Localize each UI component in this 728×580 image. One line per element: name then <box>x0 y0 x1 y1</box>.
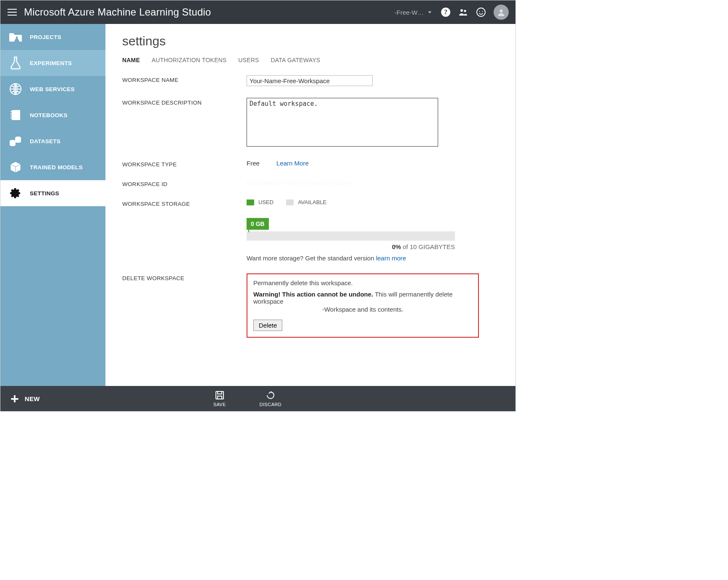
svg-point-6 <box>482 11 483 12</box>
learn-more-link[interactable]: Learn More <box>276 160 309 167</box>
discard-label: DISCARD <box>260 402 281 407</box>
delete-warning: Warning! This action cannot be undone. T… <box>253 291 472 305</box>
workspace-dropdown[interactable]: -Free-W… <box>390 9 436 16</box>
bottom-bar: + NEW SAVE DISCARD <box>0 386 515 411</box>
sidebar-item-label: WEB SERVICES <box>30 86 75 92</box>
workspace-id-value: b2a61efa5077465782cefa1bf573a2ec <box>247 179 353 186</box>
sidebar-item-label: SETTINGS <box>30 190 59 197</box>
learn-more-storage-link[interactable]: learn more <box>376 255 406 262</box>
label-workspace-type: WORKSPACE TYPE <box>122 160 247 168</box>
svg-point-3 <box>464 10 466 12</box>
svg-rect-10 <box>11 111 12 112</box>
sidebar-item-web-services[interactable]: WEB SERVICES <box>0 76 105 102</box>
sidebar-item-datasets[interactable]: DATASETS <box>0 128 105 154</box>
globe-icon <box>8 81 23 97</box>
swatch-available-icon <box>286 199 294 205</box>
legend-available-label: AVAILABLE <box>298 199 326 205</box>
new-button[interactable]: + NEW <box>11 391 40 406</box>
workspace-description-textarea[interactable] <box>247 98 438 147</box>
sidebar-item-settings[interactable]: SETTINGS <box>0 180 105 206</box>
user-avatar[interactable] <box>494 5 509 20</box>
label-workspace-description: WORKSPACE DESCRIPTION <box>122 98 247 106</box>
hamburger-menu-icon[interactable] <box>0 0 24 24</box>
label-delete-workspace: DELETE WORKSPACE <box>122 273 247 281</box>
main-content: settings NAME AUTHORIZATION TOKENS USERS… <box>105 24 515 386</box>
svg-text:?: ? <box>444 8 447 16</box>
svg-point-5 <box>479 11 480 12</box>
svg-rect-12 <box>11 115 12 116</box>
database-icon <box>8 134 23 149</box>
sidebar-item-label: DATASETS <box>30 138 60 144</box>
gear-icon <box>8 186 23 201</box>
delete-line-3: -Workspace and its contents. <box>253 306 472 313</box>
new-label: NEW <box>25 395 40 402</box>
notebook-icon <box>8 108 23 123</box>
top-bar: Microsoft Azure Machine Learning Studio … <box>0 0 515 24</box>
app-title: Microsoft Azure Machine Learning Studio <box>24 6 211 18</box>
delete-workspace-panel: Permanently delete this workspace. Warni… <box>247 273 479 338</box>
swatch-used-icon <box>247 199 254 205</box>
storage-used-badge: 0 GB <box>247 218 269 230</box>
usage-percent: 0% <box>392 243 401 250</box>
page-title: settings <box>122 34 499 48</box>
discard-icon <box>265 390 276 400</box>
svg-point-2 <box>460 9 463 12</box>
label-workspace-storage: WORKSPACE STORAGE <box>122 199 247 207</box>
tab-data-gateways[interactable]: DATA GATEWAYS <box>271 57 321 63</box>
svg-point-7 <box>499 10 502 13</box>
help-icon[interactable]: ? <box>441 7 451 17</box>
users-icon[interactable] <box>458 7 468 17</box>
storage-legend: USED AVAILABLE <box>247 199 499 205</box>
more-storage-text: Want more storage? Get the standard vers… <box>247 255 499 262</box>
chevron-down-icon <box>428 11 431 13</box>
label-workspace-name: WORKSPACE NAME <box>122 75 247 83</box>
save-icon <box>215 390 225 400</box>
tab-authorization-tokens[interactable]: AUTHORIZATION TOKENS <box>152 57 226 63</box>
tab-users[interactable]: USERS <box>238 57 259 63</box>
sidebar-item-label: PROJECTS <box>30 34 61 40</box>
flask-icon <box>8 55 23 71</box>
storage-usage-caption: 0% of 10 GIGABYTES <box>247 243 455 250</box>
legend-used-label: USED <box>258 199 273 205</box>
svg-rect-16 <box>216 391 223 399</box>
svg-point-4 <box>477 8 485 16</box>
sidebar-item-label: TRAINED MODELS <box>30 164 83 171</box>
sidebar-item-notebooks[interactable]: NOTEBOOKS <box>0 102 105 128</box>
workspace-type-value: Free <box>247 160 260 167</box>
svg-rect-13 <box>11 118 12 118</box>
cube-icon <box>8 160 23 175</box>
delete-line-1: Permanently delete this workspace. <box>253 279 472 286</box>
label-workspace-id: WORKSPACE ID <box>122 179 247 187</box>
svg-rect-9 <box>12 110 20 120</box>
save-label: SAVE <box>213 402 226 407</box>
sidebar-item-experiments[interactable]: EXPERIMENTS <box>0 50 105 76</box>
storage-usage-bar <box>247 231 455 241</box>
sidebar-item-label: NOTEBOOKS <box>30 112 68 118</box>
svg-rect-11 <box>11 113 12 114</box>
tab-name[interactable]: NAME <box>122 57 140 63</box>
usage-total: of 10 GIGABYTES <box>401 243 455 250</box>
sidebar-item-trained-models[interactable]: TRAINED MODELS <box>0 154 105 180</box>
save-button[interactable]: SAVE <box>213 390 226 407</box>
sidebar-item-projects[interactable]: PROJECTS <box>0 24 105 50</box>
plus-icon: + <box>11 391 19 406</box>
discard-button[interactable]: DISCARD <box>260 390 281 407</box>
workspace-dropdown-label: -Free-W… <box>394 9 424 16</box>
workspace-name-input[interactable] <box>247 75 373 86</box>
tabs: NAME AUTHORIZATION TOKENS USERS DATA GAT… <box>122 57 499 63</box>
delete-button[interactable]: Delete <box>253 320 282 331</box>
feedback-smile-icon[interactable] <box>476 7 486 17</box>
folder-flask-icon <box>8 29 23 45</box>
sidebar-item-label: EXPERIMENTS <box>30 60 72 66</box>
sidebar: PROJECTS EXPERIMENTS WEB SERVICES NOTEBO… <box>0 24 105 386</box>
